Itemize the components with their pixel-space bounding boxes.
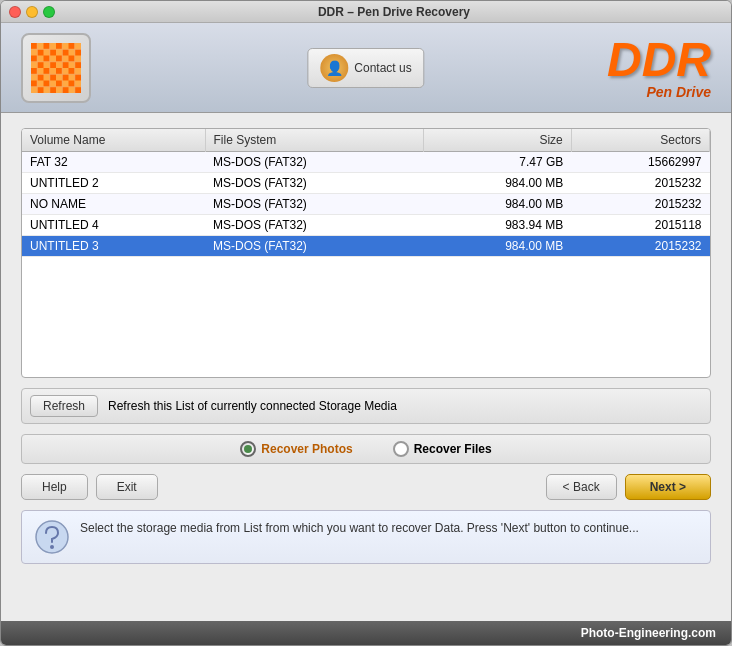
cell-sectors: 2015232	[571, 194, 709, 215]
recover-photos-label: Recover Photos	[261, 442, 352, 456]
traffic-lights	[9, 6, 55, 18]
brand-name: DDR	[607, 36, 711, 84]
cell-size: 984.00 MB	[424, 173, 572, 194]
cell-filesystem: MS-DOS (FAT32)	[205, 173, 424, 194]
cell-volume: FAT 32	[22, 152, 205, 173]
info-message: Select the storage media from List from …	[80, 519, 639, 537]
minimize-button[interactable]	[26, 6, 38, 18]
radio-inner-dot	[244, 445, 252, 453]
recover-photos-radio[interactable]	[240, 441, 256, 457]
refresh-bar: Refresh Refresh this List of currently c…	[21, 388, 711, 424]
cell-sectors: 2015118	[571, 215, 709, 236]
cell-size: 984.00 MB	[424, 236, 572, 257]
footer-text: Photo-Engineering.com	[581, 626, 716, 640]
table-row[interactable]: UNTITLED 3MS-DOS (FAT32)984.00 MB2015232	[22, 236, 710, 257]
cell-filesystem: MS-DOS (FAT32)	[205, 215, 424, 236]
window-title: DDR – Pen Drive Recovery	[65, 5, 723, 19]
recover-files-label: Recover Files	[414, 442, 492, 456]
exit-button[interactable]: Exit	[96, 474, 158, 500]
help-button[interactable]: Help	[21, 474, 88, 500]
contact-button[interactable]: 👤 Contact us	[307, 48, 424, 88]
back-button[interactable]: < Back	[546, 474, 617, 500]
footer: Photo-Engineering.com	[1, 621, 731, 645]
volume-table: Volume Name File System Size Sectors FAT…	[22, 129, 710, 257]
maximize-button[interactable]	[43, 6, 55, 18]
col-size: Size	[424, 129, 572, 152]
table-row[interactable]: NO NAMEMS-DOS (FAT32)984.00 MB2015232	[22, 194, 710, 215]
cell-size: 7.47 GB	[424, 152, 572, 173]
recover-files-radio[interactable]	[393, 441, 409, 457]
main-content: Volume Name File System Size Sectors FAT…	[1, 113, 731, 621]
table-row[interactable]: UNTITLED 4MS-DOS (FAT32)983.94 MB2015118	[22, 215, 710, 236]
refresh-button[interactable]: Refresh	[30, 395, 98, 417]
cell-sectors: 15662997	[571, 152, 709, 173]
cell-filesystem: MS-DOS (FAT32)	[205, 152, 424, 173]
brand-subtitle: Pen Drive	[607, 84, 711, 100]
info-bar: Select the storage media from List from …	[21, 510, 711, 564]
table-row[interactable]: FAT 32MS-DOS (FAT32)7.47 GB15662997	[22, 152, 710, 173]
svg-rect-4	[31, 43, 81, 93]
cell-sectors: 2015232	[571, 236, 709, 257]
col-sectors: Sectors	[571, 129, 709, 152]
table-header-row: Volume Name File System Size Sectors	[22, 129, 710, 152]
header: 👤 Contact us DDR Pen Drive	[1, 23, 731, 113]
col-file-system: File System	[205, 129, 424, 152]
recover-files-option[interactable]: Recover Files	[393, 441, 492, 457]
close-button[interactable]	[9, 6, 21, 18]
cell-volume: UNTITLED 3	[22, 236, 205, 257]
col-volume-name: Volume Name	[22, 129, 205, 152]
cell-size: 984.00 MB	[424, 194, 572, 215]
next-button[interactable]: Next >	[625, 474, 711, 500]
cell-filesystem: MS-DOS (FAT32)	[205, 194, 424, 215]
svg-point-6	[50, 545, 54, 549]
refresh-description: Refresh this List of currently connected…	[108, 399, 397, 413]
app-logo	[21, 33, 91, 103]
contact-icon: 👤	[320, 54, 348, 82]
info-icon	[34, 519, 70, 555]
cell-volume: NO NAME	[22, 194, 205, 215]
cell-filesystem: MS-DOS (FAT32)	[205, 236, 424, 257]
button-bar: Help Exit < Back Next >	[21, 474, 711, 500]
recover-photos-option[interactable]: Recover Photos	[240, 441, 352, 457]
title-bar: DDR – Pen Drive Recovery	[1, 1, 731, 23]
volume-table-container: Volume Name File System Size Sectors FAT…	[21, 128, 711, 378]
empty-rows	[22, 257, 710, 377]
brand-area: DDR Pen Drive	[607, 36, 711, 100]
app-window: DDR – Pen Drive Recovery 👤 Contact us	[0, 0, 732, 646]
cell-sectors: 2015232	[571, 173, 709, 194]
cell-volume: UNTITLED 2	[22, 173, 205, 194]
cell-size: 983.94 MB	[424, 215, 572, 236]
cell-volume: UNTITLED 4	[22, 215, 205, 236]
contact-label: Contact us	[354, 61, 411, 75]
recovery-bar: Recover Photos Recover Files	[21, 434, 711, 464]
table-row[interactable]: UNTITLED 2MS-DOS (FAT32)984.00 MB2015232	[22, 173, 710, 194]
